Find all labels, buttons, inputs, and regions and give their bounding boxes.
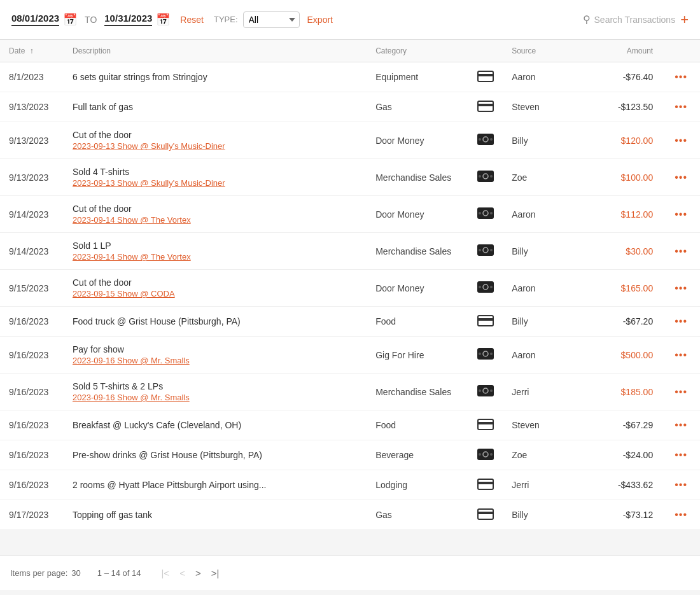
cell-description: 2 rooms @ Hyatt Place Pittsburgh Airport…	[64, 470, 367, 500]
description-link[interactable]: 2023-09-13 Show @ Skully's Music-Diner	[73, 178, 358, 188]
start-date-field: 08/01/2023 📅	[11, 13, 77, 27]
cell-category: Door Money	[367, 196, 468, 233]
cell-description: Cut of the door2023-09-14 Show @ The Vor…	[64, 196, 367, 233]
cell-source-icon	[468, 270, 503, 307]
cell-source-icon	[468, 440, 503, 470]
cell-category: Gig For Hire	[367, 337, 468, 374]
row-actions-button[interactable]: •••	[671, 134, 691, 148]
col-date-label: Date	[9, 46, 25, 55]
to-separator: TO	[85, 15, 97, 25]
last-page-button[interactable]: >|	[207, 566, 223, 580]
cell-actions: •••	[662, 307, 700, 337]
table-footer: Items per page: 30 1 – 14 of 14 |< < > >…	[0, 556, 700, 590]
svg-point-19	[490, 249, 493, 251]
col-amount: Amount	[585, 40, 662, 62]
first-page-button[interactable]: |<	[157, 566, 173, 580]
type-label: TYPE:	[214, 15, 238, 24]
reset-button[interactable]: Reset	[180, 15, 204, 25]
transactions-table-container: Date ↑ Description Category Source Amoun…	[0, 39, 700, 530]
export-button[interactable]: Export	[307, 15, 333, 25]
svg-point-29	[490, 353, 493, 355]
row-actions-button[interactable]: •••	[671, 478, 691, 492]
cell-date: 9/16/2023	[0, 374, 64, 410]
cell-amount: $120.00	[585, 122, 662, 159]
cell-description: Breakfast @ Lucky's Cafe (Cleveland, OH)	[64, 410, 367, 440]
table-row: 9/13/2023Cut of the door2023-09-13 Show …	[0, 122, 700, 159]
cell-actions: •••	[662, 122, 700, 159]
cell-actions: •••	[662, 374, 700, 410]
items-per-page-value: 30	[71, 568, 80, 578]
type-select[interactable]: All Income Expense	[243, 11, 300, 28]
row-actions-button[interactable]: •••	[671, 385, 691, 399]
table-row: 9/15/2023Cut of the door2023-09-15 Show …	[0, 270, 700, 307]
cell-source: Billy	[503, 307, 585, 337]
row-actions-button[interactable]: •••	[671, 348, 691, 362]
cell-source: Billy	[503, 233, 585, 270]
col-date[interactable]: Date ↑	[0, 40, 64, 62]
end-date-calendar-icon[interactable]: 📅	[156, 13, 170, 27]
start-date-calendar-icon[interactable]: 📅	[63, 13, 77, 27]
description-link[interactable]: 2023-09-14 Show @ The Vortex	[73, 215, 358, 225]
description-link[interactable]: 2023-09-16 Show @ Mr. Smalls	[73, 393, 358, 402]
end-date-value: 10/31/2023	[104, 13, 152, 26]
card-icon	[477, 104, 494, 114]
description-text: Full tank of gas	[73, 102, 133, 112]
cell-source-icon	[468, 122, 503, 159]
cell-description: Full tank of gas	[64, 92, 367, 122]
svg-point-18	[479, 249, 481, 251]
add-transaction-button[interactable]: +	[680, 13, 689, 27]
date-sort-arrow: ↑	[30, 46, 34, 55]
svg-point-11	[490, 175, 493, 178]
description-text: Cut of the door	[73, 277, 132, 288]
description-text: Pre-show drinks @ Grist House (Pittsburg…	[73, 450, 262, 460]
cell-source-icon	[468, 92, 503, 122]
cell-category: Lodging	[367, 470, 468, 500]
table-row: 9/14/2023Cut of the door2023-09-14 Show …	[0, 196, 700, 233]
amount-value: $30.00	[626, 246, 653, 256]
table-row: 9/16/20232 rooms @ Hyatt Place Pittsburg…	[0, 470, 700, 500]
cash-icon	[477, 452, 494, 462]
row-actions-button[interactable]: •••	[671, 281, 691, 295]
description-text: 6 sets guitar strings from Stringjoy	[73, 72, 207, 82]
cell-source-icon	[468, 233, 503, 270]
cell-amount: $112.00	[585, 196, 662, 233]
cell-actions: •••	[662, 196, 700, 233]
cell-category: Food	[367, 410, 468, 440]
row-actions-button[interactable]: •••	[671, 100, 691, 114]
cell-date: 9/16/2023	[0, 410, 64, 440]
table-row: 9/14/2023Sold 1 LP2023-09-14 Show @ The …	[0, 233, 700, 270]
cell-category: Door Money	[367, 122, 468, 159]
row-actions-button[interactable]: •••	[671, 448, 691, 462]
row-actions-button[interactable]: •••	[671, 418, 691, 432]
row-actions-button[interactable]: •••	[671, 207, 691, 221]
cell-actions: •••	[662, 233, 700, 270]
row-actions-button[interactable]: •••	[671, 314, 691, 328]
description-link[interactable]: 2023-09-14 Show @ The Vortex	[73, 252, 358, 262]
cash-icon	[477, 248, 494, 258]
cell-date: 9/14/2023	[0, 196, 64, 233]
cash-icon	[477, 211, 494, 221]
cell-description: Topping off gas tank	[64, 500, 367, 530]
cell-amount: $165.00	[585, 270, 662, 307]
description-link[interactable]: 2023-09-15 Show @ CODA	[73, 289, 358, 298]
cell-source-icon	[468, 337, 503, 374]
svg-rect-25	[478, 318, 493, 321]
search-placeholder[interactable]: Search Transactions	[594, 15, 676, 25]
description-link[interactable]: 2023-09-16 Show @ Mr. Smalls	[73, 356, 358, 365]
description-text: Pay for show	[73, 344, 124, 354]
prev-page-button[interactable]: <	[176, 566, 189, 580]
row-actions-button[interactable]: •••	[671, 508, 691, 522]
description-link[interactable]: 2023-09-13 Show @ Skully's Music-Diner	[73, 141, 358, 151]
col-source: Source	[503, 40, 585, 62]
row-actions-button[interactable]: •••	[671, 171, 691, 185]
cell-source-icon	[468, 62, 503, 92]
cell-source: Aaron	[503, 62, 585, 92]
cell-date: 9/13/2023	[0, 159, 64, 196]
row-actions-button[interactable]: •••	[671, 70, 691, 84]
next-page-button[interactable]: >	[192, 566, 205, 580]
card-icon	[477, 482, 494, 492]
cash-icon	[477, 284, 494, 295]
col-category: Category	[367, 40, 468, 62]
row-actions-button[interactable]: •••	[671, 244, 691, 258]
card-icon	[477, 318, 494, 328]
